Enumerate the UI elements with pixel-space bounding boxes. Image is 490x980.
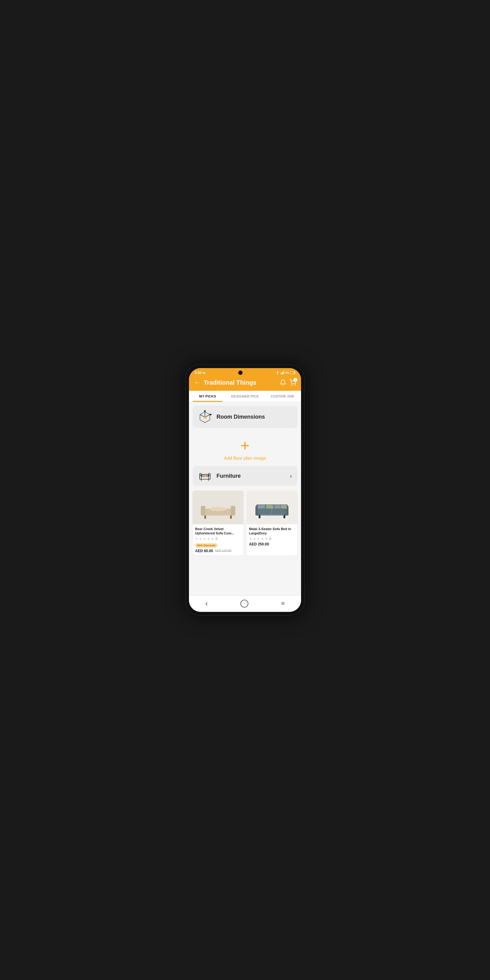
product-1-discount-badge: 50% Discount	[195, 543, 218, 547]
product-2-price-current: AED 250.00	[249, 542, 269, 546]
svg-rect-2	[282, 372, 283, 374]
nav-home-button[interactable]: ○	[240, 600, 248, 608]
svg-marker-16	[210, 414, 212, 415]
svg-point-30	[215, 511, 216, 512]
back-button[interactable]: ←	[194, 379, 200, 387]
plus-icon: +	[240, 438, 250, 453]
nav-back-button[interactable]: ‹	[205, 599, 208, 608]
svg-rect-45	[259, 515, 261, 519]
add-floor-plan-button[interactable]: + Add floor plan image	[192, 433, 298, 466]
product-2-info: Malai 3-Seater Sofa Bed in Large|Grey ★ …	[247, 524, 298, 549]
sofa-svg	[254, 494, 290, 521]
svg-marker-14	[204, 410, 205, 411]
svg-rect-1	[282, 372, 282, 374]
svg-rect-17	[205, 417, 207, 418]
svg-point-28	[210, 507, 226, 511]
battery-icon	[290, 371, 296, 375]
status-bar: 3:38 m 5G	[189, 368, 301, 376]
svg-rect-46	[283, 515, 285, 519]
bottom-nav: ‹ ○ ≡	[189, 595, 301, 612]
svg-point-31	[220, 511, 221, 512]
signal-icon	[280, 371, 285, 375]
status-right: 5G	[275, 371, 296, 375]
header-icons: 1	[280, 379, 296, 386]
product-1-price-original: AED 120.00	[215, 549, 232, 552]
tab-designer-pick[interactable]: DESIGNER PICK	[226, 391, 264, 402]
cart-badge: 1	[293, 378, 298, 382]
furniture-left: Furniture	[198, 470, 241, 481]
svg-rect-26	[201, 506, 205, 516]
product-2-image	[247, 491, 298, 524]
cart-icon-wrap: 1	[290, 379, 296, 386]
svg-rect-6	[294, 372, 295, 374]
tab-custom-job[interactable]: CUSTOM JOB	[264, 391, 301, 402]
product-1-price-row: AED 60.00 AED 120.00	[195, 549, 241, 553]
bell-icon[interactable]	[280, 379, 286, 386]
svg-point-7	[291, 385, 292, 385]
svg-rect-5	[290, 371, 294, 374]
camera-notch	[238, 371, 243, 375]
product-grid: Bear Creek Velvet Upholstered Sofa Cum..…	[192, 491, 298, 555]
tab-my-picks[interactable]: MY PICKS	[189, 391, 226, 402]
room-dimensions-label: Room Dimensions	[216, 414, 265, 420]
furniture-label: Furniture	[216, 473, 241, 479]
svg-rect-3	[283, 371, 284, 374]
svg-point-29	[211, 512, 212, 513]
furniture-chevron-icon: ›	[290, 473, 292, 479]
product-1-image	[192, 491, 243, 524]
product-2-stars: ★ ★ ★ ★ ★ 0	[249, 537, 295, 541]
svg-rect-34	[230, 515, 232, 519]
product-card-1[interactable]: Bear Creek Velvet Upholstered Sofa Cum..…	[192, 491, 243, 555]
svg-rect-43	[258, 508, 271, 514]
phone-frame: 3:38 m 5G ← Traditional Things	[185, 364, 305, 616]
nav-menu-button[interactable]: ≡	[281, 600, 285, 607]
svg-rect-0	[280, 373, 281, 374]
svg-rect-33	[204, 515, 206, 519]
room-dimensions-icon	[198, 410, 212, 423]
product-1-price-current: AED 60.00	[195, 549, 213, 553]
header-title: Traditional Things	[204, 379, 280, 386]
status-carrier: m	[202, 371, 205, 375]
svg-point-32	[224, 512, 225, 513]
status-time: 3:38	[194, 371, 201, 375]
bell-icon-wrap	[280, 379, 286, 386]
product-1-name: Bear Creek Velvet Upholstered Sofa Cum..…	[195, 527, 241, 536]
svg-point-8	[294, 385, 295, 385]
product-1-review-count: 0	[216, 537, 218, 541]
tabs-container: MY PICKS DESIGNER PICK CUSTOM JOB	[189, 391, 301, 402]
furniture-card[interactable]: Furniture ›	[192, 466, 298, 486]
product-1-stars: ★ ★ ★ ★ ★ 0	[195, 537, 241, 541]
bluetooth-icon	[275, 371, 279, 375]
product-2-review-count: 0	[269, 537, 271, 541]
bench-sofa-svg	[200, 494, 236, 521]
status-left: 3:38 m	[194, 371, 205, 375]
svg-rect-44	[272, 508, 286, 514]
svg-line-12	[200, 415, 205, 417]
product-1-info: Bear Creek Velvet Upholstered Sofa Cum..…	[192, 524, 243, 555]
app-header: ← Traditional Things 1	[189, 376, 301, 391]
network-type: 5G	[285, 371, 289, 374]
product-2-name: Malai 3-Seater Sofa Bed in Large|Grey	[249, 527, 295, 536]
room-dimensions-card[interactable]: Room Dimensions	[192, 406, 298, 428]
add-floor-plan-label: Add floor plan image	[224, 455, 266, 461]
phone-screen: 3:38 m 5G ← Traditional Things	[189, 368, 301, 612]
scroll-content: Room Dimensions + Add floor plan image	[189, 402, 301, 595]
product-2-price-row: AED 250.00	[249, 542, 295, 546]
svg-rect-27	[231, 506, 235, 516]
svg-rect-22	[205, 475, 207, 477]
furniture-icon	[198, 470, 212, 481]
product-card-2[interactable]: Malai 3-Seater Sofa Bed in Large|Grey ★ …	[247, 491, 298, 555]
